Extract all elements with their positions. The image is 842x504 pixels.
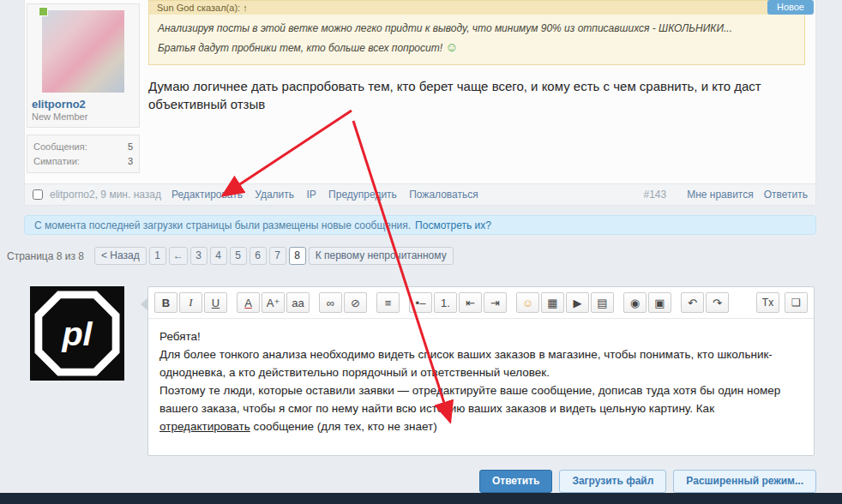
page-button-1[interactable]: 1 [149, 247, 166, 265]
online-indicator-icon [39, 7, 48, 16]
author-username-link[interactable]: elitporno2 [32, 98, 135, 111]
quote-body: Анализируя посты в этой ветке можно легк… [149, 15, 804, 64]
like-link[interactable]: Мне нравится [687, 189, 754, 201]
forum-page: elitporno2 New Member Сообщения: 5 Симпа… [0, 0, 842, 504]
back-button[interactable]: < Назад [94, 247, 147, 265]
edit-howto-link[interactable]: отредактировать [159, 420, 250, 433]
post-footer: elitporno2, 9 мин. назад Редактировать У… [25, 183, 815, 205]
text-color-button[interactable]: A [237, 292, 260, 313]
editor-beak [141, 297, 148, 311]
toolbar-right-group: Tx ❏ [751, 292, 808, 313]
pl-logo-text: pl [61, 315, 93, 352]
unordered-list-button[interactable]: •– [409, 292, 432, 313]
toolbar-group-lists: •– 1. ⇤ ⇥ [409, 292, 508, 313]
indent-button[interactable]: ⇥ [484, 292, 507, 313]
advanced-mode-button[interactable]: Расширенный режим... [673, 470, 816, 493]
first-unread-button[interactable]: К первому непрочитанному [309, 247, 454, 265]
warn-link[interactable]: Предупредить [328, 189, 397, 201]
ordered-list-button[interactable]: 1. [434, 292, 457, 313]
quote-line-1: Анализируя посты в этой ветке можно легк… [158, 22, 732, 34]
camera-button[interactable]: ◉ [623, 292, 647, 313]
page-footer-bar [0, 493, 842, 504]
toolbar-group-font: A A⁺ aa [237, 292, 311, 313]
post-content: Sun God сказал(а): ↑ Анализируя посты в … [148, 0, 805, 113]
editor-line-2: Для более тонкого анализа необходимо вид… [159, 346, 803, 382]
undo-button[interactable]: ↶ [681, 292, 704, 313]
font-family-button[interactable]: aa [286, 292, 310, 313]
upload-file-button[interactable]: Загрузить файл [559, 470, 666, 493]
new-messages-notice: С момента последней загрузки страницы бы… [24, 215, 816, 235]
toolbar-group-link: ∞ ⊘ [319, 292, 369, 313]
toolbar-group-format: B I U [154, 292, 229, 313]
underline-button[interactable]: U [204, 292, 227, 313]
toolbar-group-media: ◉ ▣ [623, 292, 673, 313]
smilies-button[interactable]: ☺ [516, 292, 539, 313]
editor-buttons: Ответить Загрузить файл Расширенный режи… [472, 470, 816, 493]
current-user-avatar[interactable]: pl [30, 286, 124, 381]
redo-button[interactable]: ↷ [706, 292, 729, 313]
author-user-title: New Member [32, 111, 135, 122]
editor-text-area[interactable]: Ребята! Для более тонкого анализа необхо… [148, 319, 814, 446]
post-footer-actions: #143 Мне нравится Ответить [643, 189, 808, 201]
page-button-6[interactable]: 6 [250, 247, 267, 265]
select-post-checkbox[interactable] [33, 189, 43, 200]
pl-logo: pl [30, 286, 124, 381]
delete-link[interactable]: Удалить [255, 189, 294, 201]
toolbar-group-align: ≡ [376, 292, 401, 313]
stat-label: Сообщения: [33, 140, 87, 154]
page-indicator: Страница 8 из 8 [7, 250, 84, 262]
post-meta: elitporno2, 9 мин. назад [50, 189, 161, 201]
remove-formatting-button[interactable]: Tx [756, 292, 779, 313]
stat-value: 3 [128, 154, 133, 169]
page-button-4[interactable]: 4 [210, 247, 227, 265]
page-button-5[interactable]: 5 [230, 247, 247, 265]
unlink-button[interactable]: ⊘ [344, 292, 367, 313]
grin-emoji-icon: ☺ [445, 39, 458, 54]
italic-button[interactable]: I [179, 292, 202, 313]
alignment-button[interactable]: ≡ [376, 292, 400, 313]
stat-value: 5 [128, 140, 133, 154]
editor-toolbar: B I U A A⁺ aa ∞ ⊘ ≡ •– 1. ⇤ ⇥ [148, 287, 814, 319]
reply-link[interactable]: Ответить [764, 189, 808, 201]
image-button[interactable]: ▦ [541, 292, 564, 313]
stat-row-likes: Симпатии: 3 [33, 154, 133, 169]
editor-line-3-text: Поэтому те люди, которые оставили заявки… [159, 384, 780, 415]
page-button-7[interactable]: 7 [269, 247, 286, 265]
stat-row-messages: Сообщения: 5 [33, 140, 133, 154]
editor-line-1: Ребята! [159, 328, 803, 346]
ip-link[interactable]: IP [306, 189, 316, 201]
code-button[interactable]: ▤ [591, 292, 614, 313]
page-range-button[interactable]: ← [169, 247, 188, 265]
quote-header[interactable]: Sun God сказал(а): ↑ [149, 1, 804, 15]
quote-line-2: Братья дадут пробники тем, кто больше вс… [158, 42, 442, 54]
editor-line-3: Поэтому те люди, которые оставили заявки… [159, 382, 803, 436]
post-message: elitporno2 New Member Сообщения: 5 Симпа… [24, 0, 816, 206]
author-avatar[interactable] [42, 10, 124, 93]
quote-block: Sun God сказал(а): ↑ Анализируя посты в … [148, 0, 805, 65]
post-moderation-links: Редактировать Удалить IP Предупредить По… [171, 189, 488, 201]
new-posts-button[interactable]: Новое [767, 0, 814, 15]
drafts-button[interactable]: ❏ [785, 292, 808, 313]
editor-line-3-tail: сообщение (для тех, кто не знает) [250, 420, 437, 433]
author-stats: Сообщения: 5 Симпатии: 3 [27, 135, 140, 173]
report-link[interactable]: Пожаловаться [409, 189, 478, 201]
notice-text: С момента последней загрузки страницы бы… [34, 219, 411, 231]
author-card: elitporno2 New Member [27, 3, 140, 128]
page-button-3[interactable]: 3 [190, 247, 207, 265]
save-draft-button[interactable]: ▣ [648, 292, 671, 313]
reply-editor: B I U A A⁺ aa ∞ ⊘ ≡ •– 1. ⇤ ⇥ [147, 286, 815, 456]
bold-button[interactable]: B [154, 292, 177, 313]
toolbar-group-insert: ☺ ▦ ▶ ▤ [516, 292, 616, 313]
post-body-text: Думаю логичнее дать распробовать тем, кт… [148, 77, 787, 114]
post-number[interactable]: #143 [643, 189, 666, 201]
reply-button[interactable]: Ответить [479, 470, 552, 493]
toolbar-group-history: ↶ ↷ [681, 292, 731, 313]
page-button-8-current[interactable]: 8 [289, 247, 306, 265]
view-new-messages-link[interactable]: Посмотреть их? [415, 219, 491, 231]
edit-link[interactable]: Редактировать [171, 189, 243, 201]
font-size-button[interactable]: A⁺ [262, 292, 285, 313]
insert-link-button[interactable]: ∞ [319, 292, 342, 313]
stat-label: Симпатии: [33, 154, 80, 169]
outdent-button[interactable]: ⇤ [459, 292, 482, 313]
media-button[interactable]: ▶ [566, 292, 589, 313]
